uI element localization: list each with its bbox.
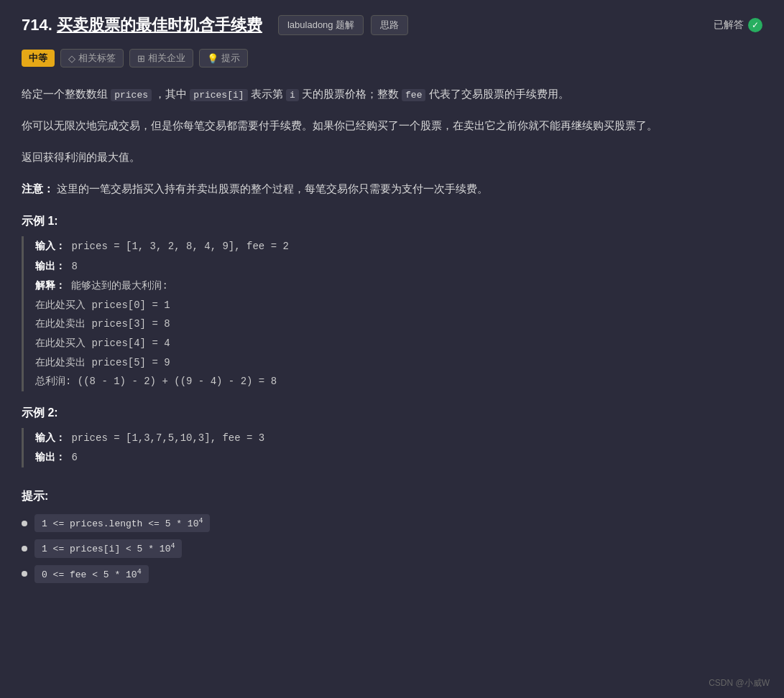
example1-input-value: prices = [1, 3, 2, 8, 4, 9], fee = 2	[71, 241, 288, 252]
example1-output-label: 输出：	[35, 260, 65, 271]
example1-input: 输入： prices = [1, 3, 2, 8, 4, 9], fee = 2	[35, 236, 762, 256]
note-label: 注意：	[22, 182, 54, 195]
bullet-icon-1	[22, 546, 27, 552]
example1-explain: 解释： 能够达到的最大利润:	[35, 276, 762, 296]
hints-title: 提示:	[22, 489, 762, 504]
desc-line1-pre: 给定一个整数数组	[22, 88, 108, 100]
example2-block: 输入： prices = [1,3,7,5,10,3], fee = 3 输出：…	[22, 428, 762, 467]
example1-title: 示例 1:	[22, 214, 762, 229]
bullet-icon-2	[22, 571, 27, 577]
desc-note: 注意： 这里的一笔交易指买入持有并卖出股票的整个过程，每笔交易你只需要为支付一次…	[22, 178, 762, 200]
hints-list: 1 <= prices.length <= 5 * 104 1 <= price…	[22, 514, 762, 583]
hints-label: 提示	[221, 52, 240, 65]
hint-icon: 💡	[207, 53, 218, 64]
i-code: i	[286, 89, 299, 101]
related-tags-btn[interactable]: ◇ 相关标签	[60, 49, 124, 68]
labuladong-button[interactable]: labuladong 题解	[278, 15, 364, 35]
note-text: 这里的一笔交易指买入持有并卖出股票的整个过程，每笔交易你只需要为支付一次手续费。	[57, 182, 488, 195]
desc-line1-end: 代表了交易股票的手续费用。	[429, 88, 569, 100]
tag-icon: ◇	[68, 53, 75, 64]
related-companies-btn[interactable]: ⊞ 相关企业	[129, 49, 193, 68]
solved-badge: 已解答 ✓	[714, 18, 762, 32]
silu-button[interactable]: 思路	[371, 15, 408, 35]
hints-btn[interactable]: 💡 提示	[199, 49, 248, 68]
desc-line1-mid3: 天的股票价格；整数	[302, 88, 399, 100]
company-icon: ⊞	[137, 53, 145, 64]
example2-input-value: prices = [1,3,7,5,10,3], fee = 3	[71, 432, 264, 444]
difficulty-tag: 中等	[22, 50, 55, 67]
example1-lines: 在此处买入 prices[0] = 1 在此处卖出 prices[3] = 8 …	[35, 296, 762, 391]
tags-row: 中等 ◇ 相关标签 ⊞ 相关企业 💡 提示	[22, 49, 762, 68]
example1-explain-label: 解释：	[35, 279, 65, 291]
example1-line1: 在此处卖出 prices[3] = 8	[35, 315, 762, 334]
footer-watermark: CSDN @小威W	[709, 677, 770, 689]
fee-code: fee	[402, 89, 425, 101]
example1-line2: 在此处买入 prices[4] = 4	[35, 334, 762, 353]
example1-output-value: 8	[71, 261, 77, 272]
hints-section: 提示: 1 <= prices.length <= 5 * 104 1 <= p…	[22, 489, 762, 583]
hint-code-2: 0 <= fee < 5 * 104	[34, 565, 149, 583]
example1-output: 输出： 8	[35, 256, 762, 276]
example1-line3: 在此处卖出 prices[5] = 9	[35, 353, 762, 373]
page-title: 714. 买卖股票的最佳时机含手续费	[22, 14, 262, 36]
hint-item-0: 1 <= prices.length <= 5 * 104	[22, 514, 762, 532]
solved-check-icon: ✓	[748, 18, 762, 32]
example2-section: 示例 2: 输入： prices = [1,3,7,5,10,3], fee =…	[22, 406, 762, 467]
pricesI-code: prices[i]	[190, 89, 247, 101]
hint-item-2: 0 <= fee < 5 * 104	[22, 565, 762, 583]
page-container: 714. 买卖股票的最佳时机含手续费 labuladong 题解 思路 已解答 …	[0, 0, 784, 698]
hint-code-0: 1 <= prices.length <= 5 * 104	[34, 514, 210, 532]
example1-block: 输入： prices = [1, 3, 2, 8, 4, 9], fee = 2…	[22, 236, 762, 391]
solved-label: 已解答	[714, 19, 744, 32]
desc-line1-mid2: 表示第	[251, 88, 283, 100]
example2-title: 示例 2:	[22, 406, 762, 421]
hint-item-1: 1 <= prices[i] < 5 * 104	[22, 539, 762, 557]
header-row: 714. 买卖股票的最佳时机含手续费 labuladong 题解 思路 已解答 …	[22, 14, 762, 36]
desc-line3: 返回获得利润的最大值。	[22, 146, 762, 168]
example1-line0: 在此处买入 prices[0] = 1	[35, 296, 762, 315]
desc-line1-mid: ，其中	[155, 88, 187, 100]
example1-explain-text: 能够达到的最大利润:	[71, 280, 167, 292]
problem-description: 给定一个整数数组 prices ，其中 prices[i] 表示第 i 天的股票…	[22, 83, 762, 200]
desc-line1: 给定一个整数数组 prices ，其中 prices[i] 表示第 i 天的股票…	[22, 83, 762, 105]
bullet-icon-0	[22, 521, 27, 526]
example2-input: 输入： prices = [1,3,7,5,10,3], fee = 3	[35, 428, 762, 448]
related-tags-label: 相关标签	[78, 52, 116, 65]
example2-output: 输出： 6	[35, 447, 762, 467]
example2-output-value: 6	[71, 452, 77, 463]
problem-title: 买卖股票的最佳时机含手续费	[57, 16, 262, 34]
hint-code-1: 1 <= prices[i] < 5 * 104	[34, 539, 182, 557]
example1-section: 示例 1: 输入： prices = [1, 3, 2, 8, 4, 9], f…	[22, 214, 762, 391]
related-companies-label: 相关企业	[148, 52, 185, 65]
example2-output-label: 输出：	[35, 451, 65, 462]
desc-line2: 你可以无限次地完成交易，但是你每笔交易都需要付手续费。如果你已经购买了一个股票，…	[22, 115, 762, 136]
example1-input-label: 输入：	[35, 240, 65, 251]
example2-input-label: 输入：	[35, 432, 65, 443]
problem-number: 714.	[22, 16, 52, 34]
prices-code: prices	[111, 89, 152, 101]
example1-line4: 总利润: ((8 - 1) - 2) + ((9 - 4) - 2) = 8	[35, 372, 762, 391]
